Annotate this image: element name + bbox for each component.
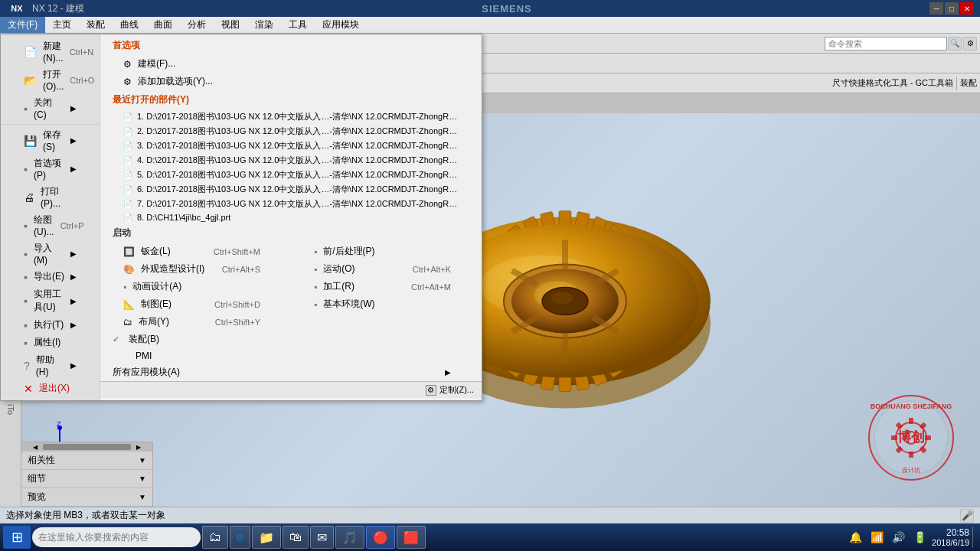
task-notification[interactable]: 🔔 bbox=[846, 528, 864, 546]
add-load-prefs[interactable]: ⚙ 添加加载选项(Y)... bbox=[100, 73, 482, 90]
menubar: 文件(F) 主页 装配 曲线 曲面 分析 视图 渲染 工具 应用模块 bbox=[0, 17, 980, 34]
task-app2[interactable]: 🟥 bbox=[397, 526, 426, 549]
launch-pmi[interactable]: PMI bbox=[100, 348, 482, 364]
task-battery[interactable]: 🔋 bbox=[910, 528, 929, 546]
menu-preferences[interactable]: ▪ 首选项(P) ▶ bbox=[1, 155, 100, 183]
detail-chevron: ▼ bbox=[139, 474, 146, 483]
maximize-button[interactable]: □ bbox=[945, 2, 959, 15]
status-message: 选择对象使用 MB3，或者双击某一对象 bbox=[6, 509, 165, 522]
menu-curve[interactable]: 曲线 bbox=[113, 17, 146, 33]
scroll-right[interactable]: ▶ bbox=[134, 444, 143, 451]
mic-button[interactable]: 🎤 bbox=[960, 509, 974, 523]
sep9 bbox=[956, 77, 957, 90]
task-show-desktop[interactable] bbox=[972, 527, 977, 548]
launch-motion[interactable]: ▪ 运动(O) Ctrl+Alt+K bbox=[291, 260, 482, 278]
brand-watermark: BOCHUANG SHEJIFANG 设计坊 博创 bbox=[865, 392, 957, 484]
task-edge[interactable]: e bbox=[230, 526, 250, 549]
titlebar-text: NX 12 - 建模 bbox=[32, 2, 84, 15]
all-modules[interactable]: 所有应用模块(A) ▶ bbox=[100, 364, 482, 381]
launch-title: 启动 bbox=[100, 223, 482, 243]
menu-export[interactable]: ▪ 导出(E) ▶ bbox=[1, 268, 100, 285]
recent-file-4[interactable]: 📄 4. D:\2017-2018图书\103-UG NX 12.0中文版从入…… bbox=[100, 153, 482, 168]
menu-file[interactable]: 文件(F) bbox=[0, 17, 45, 33]
minimize-button[interactable]: ─ bbox=[929, 2, 943, 15]
svg-text:Z: Z bbox=[57, 420, 61, 428]
menu-surface[interactable]: 曲面 bbox=[146, 17, 180, 33]
launch-layout[interactable]: 🗂 布局(Y) Ctrl+Shift+Y bbox=[100, 313, 291, 331]
launch-machining[interactable]: ▪ 加工(R) Ctrl+Alt+M bbox=[291, 278, 482, 295]
start-button[interactable]: ⊞ bbox=[3, 526, 31, 549]
recent-file-6[interactable]: 📄 6. D:\2017-2018图书\103-UG NX 12.0中文版从入…… bbox=[100, 182, 482, 197]
launch-basic-env[interactable]: ▪ 基本环境(W) bbox=[291, 295, 482, 313]
menu-tools[interactable]: 工具 bbox=[281, 17, 315, 33]
preview-section[interactable]: 预览 ▼ bbox=[21, 488, 152, 507]
menu-help[interactable]: ? 帮助(H) ▶ bbox=[1, 351, 100, 380]
scroll-thumb[interactable] bbox=[43, 444, 131, 450]
launch-styling[interactable]: 🎨 外观造型设计(I) Ctrl+Alt+S bbox=[100, 260, 291, 278]
preview-label: 预览 bbox=[28, 491, 46, 504]
menu-open[interactable]: 📂 打开(O)... Ctrl+O bbox=[1, 66, 100, 94]
svg-text:博创: 博创 bbox=[897, 429, 925, 445]
launch-prepost[interactable]: ▪ 前/后处理(P) bbox=[291, 243, 482, 260]
task-explorer[interactable]: 🗂 bbox=[202, 526, 228, 549]
menu-view[interactable]: 视图 bbox=[214, 17, 247, 33]
search-icon-button[interactable]: 🔍 bbox=[948, 37, 962, 51]
menu-analysis[interactable]: 分析 bbox=[180, 17, 214, 33]
settings-button[interactable]: ⚙ bbox=[963, 37, 977, 51]
menu-import[interactable]: ▪ 导入(M) ▶ bbox=[1, 240, 100, 268]
detail-section[interactable]: 细节 ▼ bbox=[21, 470, 152, 488]
modeling-prefs[interactable]: ⚙ 建模(F)... bbox=[100, 55, 482, 73]
bottom-left-panel: ◀ ▶ 相关性 ▼ 细节 ▼ 预览 ▼ bbox=[21, 442, 153, 507]
taskbar-clock[interactable]: 20:58 2018/6/19 bbox=[932, 527, 969, 547]
recent-file-5[interactable]: 📄 5. D:\2017-2018图书\103-UG NX 12.0中文版从入…… bbox=[100, 168, 482, 182]
menu-home[interactable]: 主页 bbox=[45, 17, 79, 33]
menu-close[interactable]: ▪ 关闭(C) ▶ bbox=[1, 94, 100, 122]
taskbar-time: 20:58 bbox=[932, 527, 969, 538]
menu-assembly[interactable]: 装配 bbox=[79, 17, 113, 33]
svg-rect-58 bbox=[909, 418, 913, 424]
scroll-track[interactable]: ◀ ▶ bbox=[21, 442, 152, 452]
task-volume[interactable]: 🔊 bbox=[889, 528, 907, 546]
command-search-input[interactable] bbox=[825, 37, 947, 51]
task-store[interactable]: 🛍 bbox=[283, 526, 309, 549]
launch-assembly[interactable]: ✓ 装配(B) bbox=[100, 331, 482, 348]
taskbar-date: 2018/6/19 bbox=[932, 538, 969, 547]
relevance-section[interactable]: 相关性 ▼ bbox=[21, 452, 152, 470]
menu-save[interactable]: 💾 保存(S) ▶ bbox=[1, 126, 100, 155]
task-wifi[interactable]: 📶 bbox=[867, 528, 886, 546]
launch-sheet-metal[interactable]: 🔲 钣金(L) Ctrl+Shift+M bbox=[100, 243, 291, 260]
svg-rect-64 bbox=[891, 435, 897, 440]
menu-properties[interactable]: ▪ 属性(I) bbox=[1, 334, 100, 351]
menu-apps[interactable]: 应用模块 bbox=[315, 17, 367, 33]
task-music[interactable]: 🎵 bbox=[335, 526, 364, 549]
menu-execute[interactable]: ▪ 执行(T) ▶ bbox=[1, 316, 100, 334]
task-nx[interactable]: 🔴 bbox=[366, 526, 395, 549]
menu-print[interactable]: 🖨 打印(P)... bbox=[1, 183, 100, 211]
menu-render[interactable]: 渲染 bbox=[247, 17, 281, 33]
recent-file-3[interactable]: 📄 3. D:\2017-2018图书\103-UG NX 12.0中文版从入…… bbox=[100, 139, 482, 153]
menu-utilities[interactable]: ▪ 实用工具(U) ▶ bbox=[1, 285, 100, 316]
customize-label[interactable]: 定制(Z)... bbox=[439, 384, 474, 396]
taskbar-right: 🔔 📶 🔊 🔋 20:58 2018/6/19 bbox=[846, 527, 977, 548]
taskbar-search[interactable] bbox=[32, 527, 201, 547]
task-mail[interactable]: ✉ bbox=[310, 526, 334, 549]
recent-file-7[interactable]: 📄 7. D:\2017-2018图书\103-UG NX 12.0中文版从入…… bbox=[100, 197, 482, 211]
svg-point-38 bbox=[551, 292, 573, 305]
recent-file-8[interactable]: 📄 8. D:\CH11\4ji\bc_4gjl.prt bbox=[100, 211, 482, 223]
task-folder[interactable]: 📁 bbox=[252, 526, 281, 549]
title-left: NX NX 12 - 建模 bbox=[6, 2, 84, 15]
prefs-section-title: 首选项 bbox=[100, 36, 482, 55]
menu-plot[interactable]: ▪ 绘图(U)... Ctrl+P bbox=[1, 211, 100, 240]
launch-drafting[interactable]: 📐 制图(E) Ctrl+Shift+D bbox=[100, 295, 291, 313]
menu-exit[interactable]: ✕ 退出(X) bbox=[1, 380, 100, 397]
recent-file-1[interactable]: 📄 1. D:\2017-2018图书\103-UG NX 12.0中文版从入…… bbox=[100, 109, 482, 124]
file-dropdown: 📄 新建(N)... Ctrl+N 📂 打开(O)... Ctrl+O ▪ 关闭… bbox=[0, 34, 482, 401]
relevance-label: 相关性 bbox=[28, 454, 55, 467]
launch-animation[interactable]: ▪ 动画设计(A) bbox=[100, 278, 291, 295]
detail-label: 细节 bbox=[28, 472, 46, 485]
scroll-left[interactable]: ◀ bbox=[31, 444, 40, 451]
menu-new[interactable]: 📄 新建(N)... Ctrl+N bbox=[1, 37, 100, 66]
recent-file-2[interactable]: 📄 2. D:\2017-2018图书\103-UG NX 12.0中文版从入…… bbox=[100, 124, 482, 139]
nx-logo: NX bbox=[6, 2, 28, 15]
close-button[interactable]: ✕ bbox=[960, 2, 974, 15]
